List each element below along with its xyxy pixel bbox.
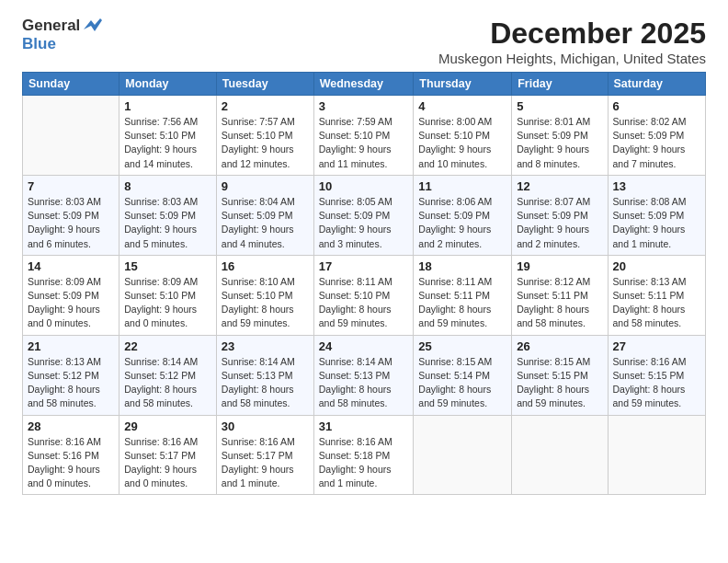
sunset-text: Sunset: 5:16 PM <box>28 450 99 461</box>
sunrise-text: Sunrise: 8:13 AM <box>613 276 687 287</box>
sunrise-text: Sunrise: 8:15 AM <box>517 356 590 367</box>
sunset-text: Sunset: 5:09 PM <box>613 130 685 141</box>
daylight-text: Daylight: 9 hours and 0 minutes. <box>124 464 197 488</box>
day-info: Sunrise: 7:57 AMSunset: 5:10 PMDaylight:… <box>222 115 309 171</box>
col-sunday: Sunday <box>23 73 119 96</box>
day-number: 31 <box>319 419 409 433</box>
day-info: Sunrise: 8:12 AMSunset: 5:11 PMDaylight:… <box>517 275 602 331</box>
col-friday: Friday <box>512 73 608 96</box>
sunrise-text: Sunrise: 8:08 AM <box>613 196 687 207</box>
table-row <box>414 415 512 495</box>
sunset-text: Sunset: 5:15 PM <box>613 370 685 381</box>
location-title: Muskegon Heights, Michigan, United State… <box>438 51 706 66</box>
day-number: 11 <box>418 179 506 193</box>
day-info: Sunrise: 8:13 AMSunset: 5:12 PMDaylight:… <box>28 355 114 411</box>
table-row: 29Sunrise: 8:16 AMSunset: 5:17 PMDayligh… <box>119 415 217 495</box>
day-number: 6 <box>613 99 700 113</box>
day-number: 23 <box>222 339 309 353</box>
sunset-text: Sunset: 5:12 PM <box>28 370 99 381</box>
day-number: 4 <box>418 99 506 113</box>
day-number: 9 <box>222 179 309 193</box>
sunrise-text: Sunrise: 8:16 AM <box>124 436 198 447</box>
daylight-text: Daylight: 9 hours and 4 minutes. <box>222 224 294 248</box>
daylight-text: Daylight: 8 hours and 59 minutes. <box>613 384 686 408</box>
daylight-text: Daylight: 9 hours and 0 minutes. <box>124 304 197 328</box>
table-row: 10Sunrise: 8:05 AMSunset: 5:09 PMDayligh… <box>313 175 414 255</box>
day-number: 16 <box>222 259 309 273</box>
col-thursday: Thursday <box>414 73 512 96</box>
calendar-week-2: 14Sunrise: 8:09 AMSunset: 5:09 PMDayligh… <box>23 255 706 335</box>
table-row: 12Sunrise: 8:07 AMSunset: 5:09 PMDayligh… <box>512 175 608 255</box>
day-info: Sunrise: 8:13 AMSunset: 5:11 PMDaylight:… <box>613 275 700 331</box>
sunset-text: Sunset: 5:09 PM <box>517 210 588 221</box>
sunset-text: Sunset: 5:10 PM <box>124 130 196 141</box>
sunset-text: Sunset: 5:15 PM <box>517 370 588 381</box>
day-info: Sunrise: 8:15 AMSunset: 5:15 PMDaylight:… <box>517 355 602 411</box>
day-info: Sunrise: 8:08 AMSunset: 5:09 PMDaylight:… <box>613 195 700 251</box>
daylight-text: Daylight: 8 hours and 59 minutes. <box>222 304 294 328</box>
day-info: Sunrise: 8:16 AMSunset: 5:17 PMDaylight:… <box>124 435 211 491</box>
daylight-text: Daylight: 9 hours and 7 minutes. <box>613 144 686 168</box>
day-info: Sunrise: 8:00 AMSunset: 5:10 PMDaylight:… <box>418 115 506 171</box>
day-info: Sunrise: 8:02 AMSunset: 5:09 PMDaylight:… <box>613 115 700 171</box>
daylight-text: Daylight: 8 hours and 59 minutes. <box>418 304 491 328</box>
sunrise-text: Sunrise: 7:57 AM <box>222 116 295 127</box>
sunrise-text: Sunrise: 8:13 AM <box>28 356 101 367</box>
sunset-text: Sunset: 5:09 PM <box>28 210 99 221</box>
header: General Blue December 2025 Muskegon Heig… <box>22 17 706 66</box>
day-info: Sunrise: 8:07 AMSunset: 5:09 PMDaylight:… <box>517 195 602 251</box>
daylight-text: Daylight: 9 hours and 3 minutes. <box>319 224 392 248</box>
sunset-text: Sunset: 5:10 PM <box>319 290 391 301</box>
svg-marker-0 <box>84 18 102 31</box>
sunrise-text: Sunrise: 8:10 AM <box>222 276 295 287</box>
logo-general: General <box>22 17 80 35</box>
calendar: Sunday Monday Tuesday Wednesday Thursday… <box>22 72 706 495</box>
calendar-header-row: Sunday Monday Tuesday Wednesday Thursday… <box>23 73 706 96</box>
day-number: 13 <box>613 179 700 193</box>
daylight-text: Daylight: 9 hours and 1 minute. <box>613 224 686 248</box>
sunrise-text: Sunrise: 8:02 AM <box>613 116 687 127</box>
day-info: Sunrise: 8:09 AMSunset: 5:09 PMDaylight:… <box>28 275 114 331</box>
sunrise-text: Sunrise: 8:00 AM <box>418 116 492 127</box>
calendar-week-0: 1Sunrise: 7:56 AMSunset: 5:10 PMDaylight… <box>23 96 706 176</box>
daylight-text: Daylight: 9 hours and 2 minutes. <box>418 224 491 248</box>
sunset-text: Sunset: 5:12 PM <box>124 370 196 381</box>
sunrise-text: Sunrise: 8:15 AM <box>418 356 492 367</box>
table-row: 24Sunrise: 8:14 AMSunset: 5:13 PMDayligh… <box>313 335 414 415</box>
sunrise-text: Sunrise: 8:01 AM <box>517 116 590 127</box>
sunset-text: Sunset: 5:17 PM <box>222 450 293 461</box>
day-info: Sunrise: 8:14 AMSunset: 5:13 PMDaylight:… <box>222 355 309 411</box>
table-row: 18Sunrise: 8:11 AMSunset: 5:11 PMDayligh… <box>414 255 512 335</box>
day-number: 12 <box>517 179 602 193</box>
logo: General Blue <box>22 17 102 53</box>
table-row: 21Sunrise: 8:13 AMSunset: 5:12 PMDayligh… <box>23 335 119 415</box>
daylight-text: Daylight: 8 hours and 58 minutes. <box>222 384 294 408</box>
col-tuesday: Tuesday <box>216 73 313 96</box>
day-number: 15 <box>124 259 211 273</box>
table-row: 22Sunrise: 8:14 AMSunset: 5:12 PMDayligh… <box>119 335 217 415</box>
daylight-text: Daylight: 9 hours and 10 minutes. <box>418 144 491 168</box>
table-row: 23Sunrise: 8:14 AMSunset: 5:13 PMDayligh… <box>216 335 313 415</box>
table-row: 11Sunrise: 8:06 AMSunset: 5:09 PMDayligh… <box>414 175 512 255</box>
day-info: Sunrise: 8:04 AMSunset: 5:09 PMDaylight:… <box>222 195 309 251</box>
day-number: 3 <box>319 99 409 113</box>
calendar-week-4: 28Sunrise: 8:16 AMSunset: 5:16 PMDayligh… <box>23 415 706 495</box>
sunrise-text: Sunrise: 8:16 AM <box>319 436 392 447</box>
day-number: 20 <box>613 259 700 273</box>
sunrise-text: Sunrise: 8:09 AM <box>124 276 198 287</box>
table-row: 15Sunrise: 8:09 AMSunset: 5:10 PMDayligh… <box>119 255 217 335</box>
sunset-text: Sunset: 5:10 PM <box>222 130 293 141</box>
calendar-week-1: 7Sunrise: 8:03 AMSunset: 5:09 PMDaylight… <box>23 175 706 255</box>
sunset-text: Sunset: 5:10 PM <box>124 290 196 301</box>
daylight-text: Daylight: 8 hours and 59 minutes. <box>517 384 589 408</box>
table-row: 20Sunrise: 8:13 AMSunset: 5:11 PMDayligh… <box>608 255 705 335</box>
day-info: Sunrise: 8:05 AMSunset: 5:09 PMDaylight:… <box>319 195 409 251</box>
sunset-text: Sunset: 5:18 PM <box>319 450 391 461</box>
table-row: 6Sunrise: 8:02 AMSunset: 5:09 PMDaylight… <box>608 96 705 176</box>
day-info: Sunrise: 8:16 AMSunset: 5:17 PMDaylight:… <box>222 435 309 491</box>
day-number: 30 <box>222 419 309 433</box>
daylight-text: Daylight: 8 hours and 58 minutes. <box>319 384 392 408</box>
table-row: 25Sunrise: 8:15 AMSunset: 5:14 PMDayligh… <box>414 335 512 415</box>
sunset-text: Sunset: 5:09 PM <box>28 290 99 301</box>
sunrise-text: Sunrise: 8:07 AM <box>517 196 590 207</box>
